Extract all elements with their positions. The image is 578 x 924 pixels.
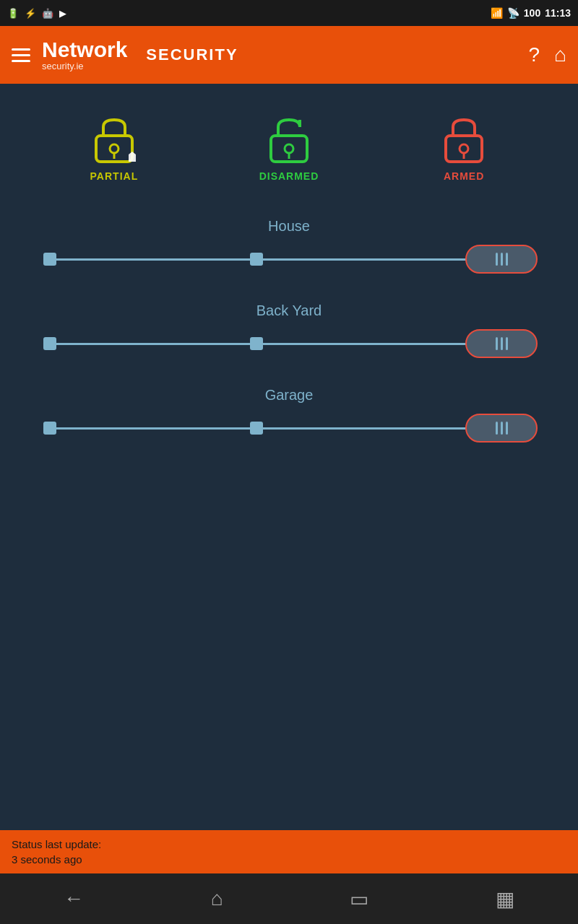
disarmed-lock-icon bbox=[264, 113, 314, 163]
header-right: ? ⌂ bbox=[529, 43, 567, 66]
wifi-icon: 📶 bbox=[491, 7, 503, 19]
brand-container: Network security.ie bbox=[42, 39, 127, 71]
armed-lock-icon bbox=[439, 113, 489, 163]
zone-garage: Garage bbox=[43, 387, 535, 443]
hamburger-line bbox=[12, 48, 30, 51]
header-left: Network security.ie SECURITY bbox=[12, 39, 238, 71]
grid-icon: ▦ bbox=[496, 887, 514, 911]
slider-dot-mid bbox=[250, 337, 263, 350]
zone-garage-slider[interactable] bbox=[43, 414, 535, 443]
main-content: PARTIAL DISARMED bbox=[0, 84, 578, 830]
nav-back-button[interactable]: ← bbox=[49, 880, 98, 918]
hamburger-line bbox=[12, 60, 30, 62]
partial-label: PARTIAL bbox=[90, 170, 139, 182]
signal-icon: 📡 bbox=[507, 7, 519, 19]
hamburger-line bbox=[12, 54, 30, 56]
handle-line bbox=[496, 422, 498, 435]
status-right: 📶 📡 100 11:13 bbox=[491, 7, 571, 19]
slider-track bbox=[43, 427, 535, 430]
mode-armed[interactable]: ARMED bbox=[439, 113, 489, 182]
svg-point-5 bbox=[285, 144, 293, 153]
slider-handle-lines bbox=[496, 337, 508, 350]
help-button[interactable]: ? bbox=[529, 43, 540, 66]
brand-name: Network bbox=[42, 39, 127, 61]
android-icon: 🤖 bbox=[42, 8, 53, 19]
recent-icon: ▭ bbox=[350, 887, 368, 911]
slider-dot-left bbox=[43, 337, 56, 350]
mode-partial[interactable]: PARTIAL bbox=[89, 113, 139, 182]
armed-label: ARMED bbox=[444, 170, 484, 182]
svg-point-8 bbox=[460, 144, 468, 153]
mode-disarmed[interactable]: DISARMED bbox=[259, 113, 319, 182]
slider-track bbox=[43, 258, 535, 261]
zones-container: House Back Yard bbox=[0, 211, 578, 479]
app-header: Network security.ie SECURITY ? ⌂ bbox=[0, 26, 578, 84]
zone-backyard: Back Yard bbox=[43, 302, 535, 358]
nav-bar: ← ⌂ ▭ ▦ bbox=[0, 873, 578, 924]
handle-line bbox=[506, 253, 508, 266]
handle-line bbox=[506, 422, 508, 435]
app-icon: ▶ bbox=[59, 8, 66, 19]
slider-handle[interactable] bbox=[465, 414, 538, 443]
zone-house: House bbox=[43, 218, 535, 274]
zone-garage-label: Garage bbox=[43, 387, 535, 404]
slider-dot-left bbox=[43, 422, 56, 435]
time-display: 11:13 bbox=[545, 7, 571, 19]
status-line1: Status last update: bbox=[12, 837, 101, 852]
nav-menu-button[interactable]: ▦ bbox=[481, 880, 529, 918]
handle-line bbox=[501, 337, 503, 350]
zone-backyard-slider[interactable] bbox=[43, 329, 535, 358]
slider-handle[interactable] bbox=[465, 245, 538, 274]
battery-level: 100 bbox=[524, 7, 540, 19]
nav-recent-button[interactable]: ▭ bbox=[335, 880, 383, 918]
slider-handle[interactable] bbox=[465, 329, 538, 358]
svg-marker-3 bbox=[129, 152, 136, 162]
slider-handle-lines bbox=[496, 422, 508, 435]
handle-line bbox=[496, 253, 498, 266]
brand-sub: security.ie bbox=[42, 61, 127, 71]
zone-backyard-label: Back Yard bbox=[43, 302, 535, 319]
handle-line bbox=[501, 422, 503, 435]
zone-house-label: House bbox=[43, 218, 535, 235]
slider-handle-lines bbox=[496, 253, 508, 266]
partial-lock-icon bbox=[89, 113, 139, 163]
slider-track bbox=[43, 343, 535, 345]
status-line2: 3 seconds ago bbox=[12, 852, 101, 867]
slider-dot-mid bbox=[250, 253, 263, 266]
zone-house-slider[interactable] bbox=[43, 245, 535, 274]
status-bar: 🔋 ⚡ 🤖 ▶ 📶 📡 100 11:13 bbox=[0, 0, 578, 26]
slider-dot-left bbox=[43, 253, 56, 266]
status-icons: 🔋 ⚡ 🤖 ▶ bbox=[7, 8, 66, 19]
home-button[interactable]: ⌂ bbox=[554, 43, 566, 66]
handle-line bbox=[506, 337, 508, 350]
handle-line bbox=[501, 253, 503, 266]
battery-icon: 🔋 bbox=[7, 8, 19, 19]
svg-point-1 bbox=[110, 144, 118, 153]
home-nav-icon: ⌂ bbox=[211, 887, 223, 910]
app-title: SECURITY bbox=[146, 45, 238, 64]
back-icon: ← bbox=[64, 887, 84, 910]
status-update-text: Status last update: 3 seconds ago bbox=[12, 837, 101, 867]
security-modes: PARTIAL DISARMED bbox=[0, 98, 578, 196]
disarmed-label: DISARMED bbox=[259, 170, 319, 182]
slider-dot-mid bbox=[250, 422, 263, 435]
handle-line bbox=[496, 337, 498, 350]
menu-button[interactable] bbox=[12, 48, 30, 62]
nav-home-button[interactable]: ⌂ bbox=[197, 880, 238, 918]
usb-icon: ⚡ bbox=[25, 8, 36, 19]
status-bottom-bar: Status last update: 3 seconds ago bbox=[0, 830, 578, 873]
